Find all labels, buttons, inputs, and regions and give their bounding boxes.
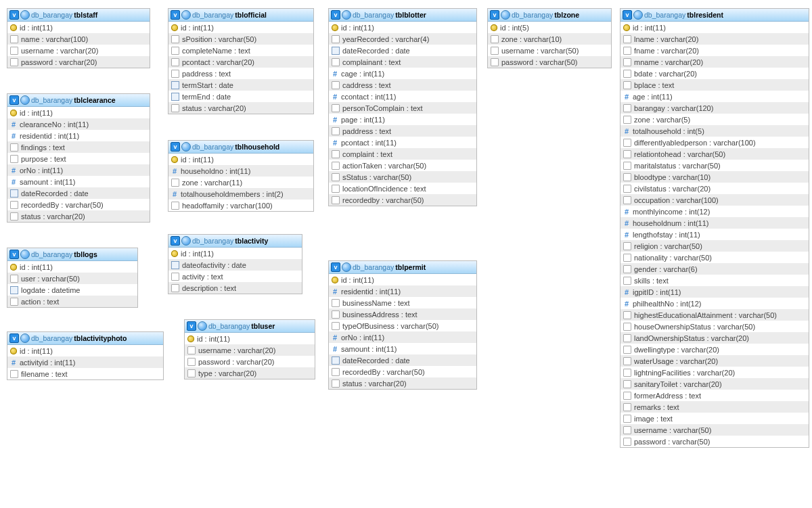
table-column[interactable]: #igpitID : int(11)	[621, 286, 809, 298]
table-column[interactable]: locationOfIncidence : text	[329, 183, 476, 194]
collapse-icon[interactable]: v	[490, 10, 499, 20]
table-header[interactable]: vdb_barangaytblhousehold	[168, 141, 313, 154]
table-column[interactable]: username : varchar(50)	[621, 424, 809, 436]
table-column[interactable]: paddress : text	[168, 68, 313, 79]
table-header[interactable]: vdb_barangaytblpermit	[329, 261, 476, 274]
table-column[interactable]: relationtohead : varchar(50)	[621, 148, 809, 160]
table-column[interactable]: zone : varchar(5)	[621, 114, 809, 125]
table-column[interactable]: password : varchar(50)	[488, 56, 611, 68]
table-column[interactable]: id : int(11)	[168, 248, 302, 259]
table-column[interactable]: description : text	[168, 282, 302, 294]
table-column[interactable]: businessAddress : text	[329, 308, 476, 320]
table-header[interactable]: vdb_barangaytblblotter	[329, 9, 476, 22]
table-column[interactable]: id : int(11)	[168, 154, 313, 165]
table-column[interactable]: dateofactivity : date	[168, 259, 302, 271]
table-column[interactable]: id : int(11)	[7, 22, 150, 33]
gear-icon[interactable]	[501, 10, 510, 20]
table-column[interactable]: zone : varchar(11)	[168, 177, 313, 188]
table-column[interactable]: status : varchar(20)	[168, 102, 313, 114]
table-column[interactable]: caddress : text	[329, 79, 476, 91]
table-column[interactable]: logdate : datetime	[7, 284, 137, 296]
table-column[interactable]: #householdno : int(11)	[168, 165, 313, 177]
collapse-icon[interactable]: v	[331, 10, 340, 20]
table-column[interactable]: #residentid : int(11)	[7, 130, 150, 141]
table-column[interactable]: dateRecorded : date	[7, 187, 150, 199]
gear-icon[interactable]	[181, 10, 191, 20]
table-column[interactable]: password : varchar(50)	[621, 436, 809, 447]
table-column[interactable]: #orNo : int(11)	[329, 331, 476, 343]
table-column[interactable]: bplace : text	[621, 79, 809, 91]
table-tblhousehold[interactable]: vdb_barangaytblhouseholdid : int(11)#hou…	[168, 140, 314, 212]
table-column[interactable]: termStart : date	[168, 79, 313, 91]
table-column[interactable]: sanitaryToilet : varchar(20)	[621, 378, 809, 390]
table-column[interactable]: differentlyabledperson : varchar(100)	[621, 137, 809, 148]
gear-icon[interactable]	[181, 142, 191, 152]
table-column[interactable]: #page : int(11)	[329, 114, 476, 125]
table-tbllogs[interactable]: vdb_barangaytbllogsid : int(11)user : va…	[7, 248, 138, 308]
table-column[interactable]: landOwnershipStatus : varchar(20)	[621, 332, 809, 344]
table-column[interactable]: barangay : varchar(120)	[621, 102, 809, 114]
table-column[interactable]: sPosition : varchar(50)	[168, 33, 313, 45]
table-column[interactable]: pcontact : varchar(20)	[168, 56, 313, 68]
table-column[interactable]: password : varchar(20)	[185, 356, 315, 367]
table-column[interactable]: id : int(11)	[7, 107, 150, 118]
table-column[interactable]: maritalstatus : varchar(50)	[621, 160, 809, 171]
gear-icon[interactable]	[633, 10, 643, 20]
table-column[interactable]: dateRecorded : date	[329, 45, 476, 56]
table-column[interactable]: image : text	[621, 413, 809, 424]
table-column[interactable]: #householdnum : int(11)	[621, 217, 809, 229]
table-column[interactable]: complaint : text	[329, 148, 476, 160]
table-column[interactable]: #orNo : int(11)	[7, 164, 150, 176]
table-tblblotter[interactable]: vdb_barangaytblblotterid : int(11)yearRe…	[328, 8, 477, 206]
table-column[interactable]: bdate : varchar(20)	[621, 68, 809, 79]
table-column[interactable]: id : int(11)	[329, 274, 476, 285]
table-tblofficial[interactable]: vdb_barangaytblofficialid : int(11)sPosi…	[168, 8, 314, 114]
table-tblresident[interactable]: vdb_barangaytblresidentid : int(11)lname…	[620, 8, 809, 448]
table-column[interactable]: remarks : text	[621, 401, 809, 413]
table-column[interactable]: password : varchar(20)	[7, 56, 150, 68]
gear-icon[interactable]	[181, 236, 191, 246]
table-tblstaff[interactable]: vdb_barangaytblstaffid : int(11)name : v…	[7, 8, 150, 68]
table-column[interactable]: civilstatus : varchar(20)	[621, 183, 809, 194]
table-column[interactable]: #ccontact : int(11)	[329, 91, 476, 102]
table-column[interactable]: #totalhousehold : int(5)	[621, 125, 809, 137]
gear-icon[interactable]	[20, 10, 30, 20]
table-column[interactable]: activity : text	[168, 271, 302, 282]
collapse-icon[interactable]: v	[9, 10, 19, 20]
table-tblpermit[interactable]: vdb_barangaytblpermitid : int(11)#reside…	[328, 260, 477, 390]
table-column[interactable]: type : varchar(20)	[185, 367, 315, 379]
table-column[interactable]: #age : int(11)	[621, 91, 809, 102]
table-column[interactable]: termEnd : date	[168, 91, 313, 102]
table-column[interactable]: #totalhouseholdmembers : int(2)	[168, 188, 313, 200]
table-tblactivityphoto[interactable]: vdb_barangaytblactivityphotoid : int(11)…	[7, 331, 164, 380]
table-column[interactable]: mname : varchar(20)	[621, 56, 809, 68]
gear-icon[interactable]	[20, 95, 30, 105]
table-header[interactable]: vdb_barangaytblactivityphoto	[7, 332, 163, 345]
table-column[interactable]: id : int(11)	[168, 22, 313, 33]
gear-icon[interactable]	[342, 262, 351, 272]
table-column[interactable]: #samount : int(11)	[7, 176, 150, 187]
table-column[interactable]: #lengthofstay : int(11)	[621, 229, 809, 240]
table-column[interactable]: occupation : varchar(100)	[621, 194, 809, 206]
table-column[interactable]: #pcontact : int(11)	[329, 137, 476, 148]
table-column[interactable]: headoffamily : varchar(100)	[168, 200, 313, 211]
table-column[interactable]: personToComplain : text	[329, 102, 476, 114]
table-column[interactable]: id : int(11)	[7, 261, 137, 273]
table-column[interactable]: dateRecorded : date	[329, 354, 476, 366]
table-column[interactable]: status : varchar(20)	[329, 377, 476, 389]
table-column[interactable]: recordedBy : varchar(50)	[329, 366, 476, 377]
table-column[interactable]: highestEducationalAttainment : varchar(5…	[621, 309, 809, 321]
table-column[interactable]: typeOfBusiness : varchar(50)	[329, 320, 476, 331]
table-tblactivity[interactable]: vdb_barangaytblactivityid : int(11)dateo…	[168, 234, 302, 294]
table-column[interactable]: #activityid : int(11)	[7, 356, 163, 368]
table-column[interactable]: id : int(11)	[329, 22, 476, 33]
table-column[interactable]: user : varchar(50)	[7, 273, 137, 284]
table-column[interactable]: #samount : int(11)	[329, 343, 476, 354]
table-column[interactable]: recordedBy : varchar(50)	[7, 199, 150, 210]
collapse-icon[interactable]: v	[187, 321, 196, 331]
table-column[interactable]: formerAddress : text	[621, 390, 809, 401]
table-header[interactable]: vdb_barangaytblstaff	[7, 9, 150, 22]
table-column[interactable]: businessName : text	[329, 297, 476, 308]
table-column[interactable]: username : varchar(20)	[185, 344, 315, 356]
collapse-icon[interactable]: v	[331, 262, 340, 272]
